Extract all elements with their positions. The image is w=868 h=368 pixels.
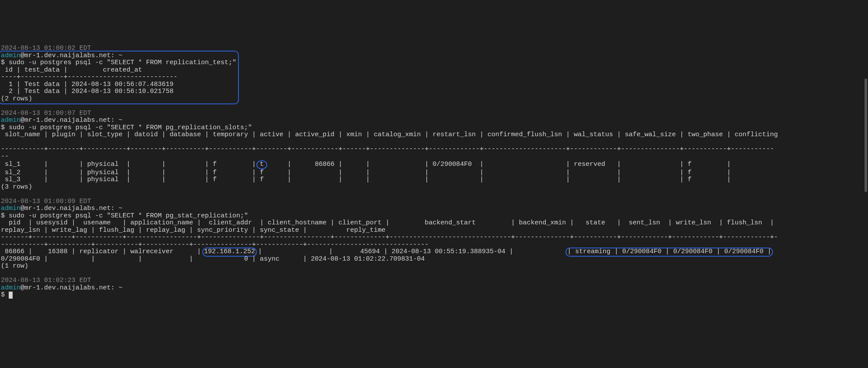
prompt-path: : ~ — [111, 205, 123, 212]
prompt-host: mr-1.dev.naijalabs.net — [24, 284, 111, 292]
table-sep: -----------+-----------+-----------+----… — [1, 241, 429, 248]
table-sep: ----+-----------+-----------------------… — [1, 73, 177, 81]
table-row: sl_3 | | physical | | | f | f | | | | | … — [1, 176, 731, 183]
table-row: 1 | Test data | 2024-08-13 00:56:07.4836… — [1, 81, 174, 88]
row-count: (2 rows) — [1, 95, 32, 103]
table-sep: -------+----------+------------+--------… — [1, 234, 778, 241]
timestamp: 2024-08-13 01:02:23 EDT — [1, 277, 91, 284]
command-text: sudo -u postgres psql -c "SELECT * FROM … — [5, 124, 252, 131]
client-addr-value: 192.168.1.252 — [204, 248, 255, 255]
prompt-user: admin — [1, 52, 20, 59]
cursor-block — [9, 292, 13, 299]
timestamp: 2024-08-13 01:00:07 EDT — [1, 110, 91, 117]
prompt-host: mr-1.dev.naijalabs.net — [24, 52, 111, 59]
prompt-host: @ — [20, 52, 24, 59]
table-row: 86866 | 16388 | replicator | walreceiver… — [1, 248, 205, 255]
table-row: sl_2 | | physical | | | f | f | | | | | … — [1, 169, 731, 176]
table-row: 2 | Test data | 2024-08-13 00:56:10.0217… — [1, 88, 174, 95]
prompt-dollar: $ — [1, 291, 5, 299]
highlight-streaming-lsn: | streaming | 0/290084F0 | 0/290084F0 | … — [565, 248, 773, 257]
table-header: replay_lsn | write_lag | flush_lag | rep… — [1, 227, 385, 234]
scrollbar-vertical[interactable] — [865, 79, 867, 192]
highlight-box-replication-test: admin@mr-1.dev.naijalabs.net: ~ $ sudo -… — [0, 51, 239, 105]
table-header: slot_name | plugin | slot_type | datoid … — [1, 131, 778, 138]
prompt-dollar: $ — [1, 59, 5, 66]
command-text: sudo -u postgres psql -c "SELECT * FROM … — [5, 212, 248, 220]
table-header: id | test_data | created_at — [1, 66, 142, 74]
prompt-path: : ~ — [111, 117, 123, 124]
table-header: pid | usesysid | usename | application_n… — [1, 219, 778, 227]
timestamp: 2024-08-13 01:00:09 EDT — [1, 198, 91, 205]
table-row: 0/290084F0 | | | | 0 | async | 2024-08-1… — [1, 255, 425, 263]
prompt-host: @ — [20, 284, 24, 292]
prompt-host: @ — [20, 117, 24, 124]
prompt-dollar: $ — [1, 124, 5, 131]
prompt-user: admin — [1, 205, 20, 212]
prompt-path: : ~ — [111, 52, 123, 59]
table-row: | | 45694 | 2024-08-13 00:55:19.388935-0… — [254, 248, 568, 255]
table-sep: -----------+--------+-----------+-------… — [1, 145, 774, 153]
table-row: sl_1 | | physical | | | f | — [1, 161, 260, 168]
row-count: (1 row) — [1, 262, 28, 270]
prompt-user: admin — [1, 117, 20, 124]
command-text: sudo -u postgres psql -c "SELECT * FROM … — [5, 59, 236, 66]
streaming-lsn-value: | streaming | 0/290084F0 | 0/290084F0 | … — [567, 248, 771, 255]
prompt-user: admin — [1, 284, 20, 292]
prompt-path: : ~ — [111, 284, 123, 292]
prompt-host: mr-1.dev.naijalabs.net — [24, 205, 111, 212]
terminal-area[interactable]: 2024-08-13 01:00:02 EDT admin@mr-1.dev.n… — [0, 36, 868, 368]
table-sep: -- — [1, 153, 9, 160]
prompt-host: mr-1.dev.naijalabs.net — [24, 117, 111, 124]
prompt-dollar: $ — [1, 212, 5, 220]
prompt-host: @ — [20, 205, 24, 212]
row-count: (3 rows) — [1, 183, 32, 191]
table-row: | 86866 | | | 0/290084F0 | | reserved | … — [264, 161, 731, 168]
active-t-value: t — [260, 161, 264, 168]
